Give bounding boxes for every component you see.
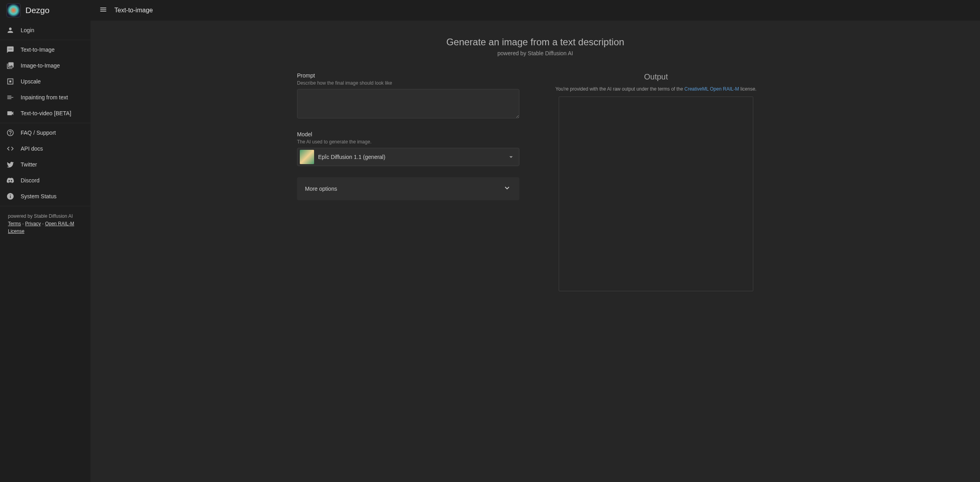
nav-label: Image-to-Image: [21, 62, 60, 69]
nav-upscale[interactable]: Upscale: [0, 74, 91, 89]
sidebar: Dezgo Login Text-to-Image Image-: [0, 0, 91, 482]
model-thumbnail: [300, 150, 314, 164]
page-heading: Generate an image from a text descriptio…: [297, 37, 774, 56]
sidebar-footer: powered by Stable Diffusion AI Terms - P…: [0, 206, 91, 242]
output-license-link[interactable]: CreativeML Open RAIL-M: [685, 86, 739, 92]
model-select[interactable]: Epîc Diffusion 1.1 (general): [297, 148, 519, 166]
prompt-hint: Describe how the final image should look…: [297, 80, 519, 86]
nav-label: Upscale: [21, 78, 41, 85]
nav-faq[interactable]: FAQ / Support: [0, 125, 91, 141]
brand[interactable]: Dezgo: [0, 0, 91, 21]
prompt-label: Prompt: [297, 72, 519, 79]
inpaint-icon: [6, 93, 14, 101]
nav-inpainting[interactable]: Inpainting from text: [0, 89, 91, 105]
nav-label: Text-to-video [BETA]: [21, 110, 71, 116]
more-options-label: More options: [305, 186, 337, 192]
model-label: Model: [297, 131, 519, 137]
model-hint: The AI used to generate the image.: [297, 139, 519, 145]
user-icon: [6, 26, 14, 34]
more-options-expander[interactable]: More options: [297, 177, 519, 200]
content: Generate an image from a text descriptio…: [91, 21, 980, 482]
image-icon: [6, 62, 14, 70]
login-button[interactable]: Login: [0, 22, 91, 38]
nav-api-docs[interactable]: API docs: [0, 141, 91, 157]
video-icon: [6, 109, 14, 117]
footer-powered: powered by Stable Diffusion AI: [8, 213, 83, 220]
info-icon: [6, 192, 14, 200]
upscale-icon: [6, 77, 14, 85]
output-heading: Output: [538, 72, 774, 81]
nav-label: System Status: [21, 193, 56, 199]
nav-label: Inpainting from text: [21, 94, 68, 101]
footer-privacy-link[interactable]: Privacy: [25, 221, 41, 226]
prompt-input[interactable]: [297, 89, 519, 118]
nav-label: Discord: [21, 177, 39, 184]
question-icon: [6, 129, 14, 137]
page-subtitle: powered by Stable Diffusion AI: [297, 50, 774, 56]
topbar: Text-to-image: [91, 0, 980, 21]
menu-icon: [99, 6, 107, 15]
model-selected-name: Epîc Diffusion 1.1 (general): [318, 154, 503, 160]
twitter-icon: [6, 161, 14, 168]
login-label: Login: [21, 27, 34, 33]
brand-name: Dezgo: [25, 6, 50, 15]
nav-text-to-video[interactable]: Text-to-video [BETA]: [0, 105, 91, 121]
brand-logo: [6, 3, 21, 17]
input-panel: Prompt Describe how the final image shou…: [297, 72, 519, 291]
output-panel: Output You're provided with the AI raw o…: [538, 72, 774, 291]
nav-label: Twitter: [21, 161, 37, 168]
nav-label: FAQ / Support: [21, 130, 56, 136]
nav-image-to-image[interactable]: Image-to-Image: [0, 58, 91, 74]
nav-label: API docs: [21, 145, 43, 152]
nav-text-to-image[interactable]: Text-to-Image: [0, 42, 91, 58]
discord-icon: [6, 176, 14, 184]
output-terms-prefix: You're provided with the AI raw output u…: [556, 86, 685, 92]
output-canvas: [559, 97, 753, 291]
page-title: Generate an image from a text descriptio…: [297, 37, 774, 48]
topbar-title: Text-to-image: [114, 7, 153, 14]
nav-label: Text-to-Image: [21, 46, 55, 53]
output-terms-suffix: license.: [739, 86, 756, 92]
nav-twitter[interactable]: Twitter: [0, 157, 91, 172]
dropdown-icon: [507, 153, 515, 161]
nav-discord[interactable]: Discord: [0, 172, 91, 188]
footer-terms-link[interactable]: Terms: [8, 221, 21, 226]
main: Text-to-image Generate an image from a t…: [91, 0, 980, 482]
output-terms: You're provided with the AI raw output u…: [538, 86, 774, 92]
code-icon: [6, 145, 14, 153]
nav-system-status[interactable]: System Status: [0, 188, 91, 204]
menu-button[interactable]: [98, 6, 108, 15]
chat-icon: [6, 46, 14, 54]
chevron-down-icon: [503, 184, 511, 194]
